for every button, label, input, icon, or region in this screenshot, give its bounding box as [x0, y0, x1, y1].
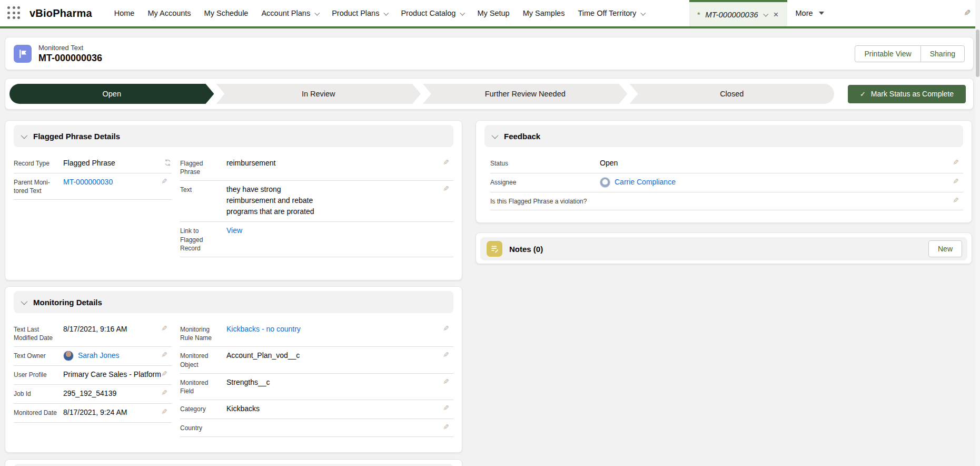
- edit-field-icon[interactable]: ✎: [161, 388, 172, 396]
- parent-monitored-text-link[interactable]: MT-000000030: [63, 178, 113, 186]
- nav-item-home[interactable]: Home: [114, 9, 135, 17]
- field-link-to-flagged-record: Link to Flagged Record View: [180, 222, 453, 257]
- monitored-text-flag-icon: [14, 45, 32, 63]
- nav-item-my-accounts[interactable]: My Accounts: [147, 9, 191, 17]
- flagged-phrase-details-card: Flagged Phrase Details Record Type Flagg…: [5, 120, 462, 280]
- next-section-card-partial: [5, 459, 462, 466]
- edit-field-icon[interactable]: ✎: [443, 422, 453, 431]
- chevron-down-icon: [460, 10, 466, 15]
- field-user-profile: User Profile Primary Care Sales - Platfo…: [14, 366, 172, 385]
- scrollbar-track[interactable]: [975, 0, 980, 466]
- app-launcher-icon[interactable]: [7, 6, 21, 20]
- monitoring-details-card: Monitoring Details Text Last Modified Da…: [5, 286, 462, 453]
- edit-field-icon[interactable]: ✎: [161, 177, 172, 185]
- nav-item-time-off-territory[interactable]: Time Off Territory: [578, 9, 645, 17]
- edit-field-icon[interactable]: ✎: [443, 377, 453, 385]
- section-chevron-icon: [21, 132, 28, 139]
- field-record-type: Record Type Flagged Phrase: [14, 154, 172, 173]
- field-status: Status Open ✎: [490, 154, 963, 173]
- path-stage-in-review[interactable]: In Review: [216, 84, 420, 104]
- section-chevron-icon: [492, 132, 499, 139]
- section-chevron-icon: [21, 298, 28, 305]
- edit-field-icon[interactable]: ✎: [443, 350, 453, 358]
- chevron-down-icon: [641, 10, 646, 15]
- change-record-type-icon[interactable]: [160, 158, 172, 169]
- section-header-monitoring-details[interactable]: Monitoring Details: [14, 291, 453, 313]
- assignee-link[interactable]: Carrie Compliance: [615, 177, 676, 188]
- tab-label: MT-000000036: [705, 10, 758, 19]
- unsaved-indicator: *: [697, 10, 700, 19]
- sharing-button[interactable]: Sharing: [920, 45, 965, 62]
- field-text-owner: Text Owner Sarah Jones ✎: [14, 347, 172, 366]
- edit-field-icon[interactable]: ✎: [953, 158, 963, 166]
- path-stages: Open In Review Further Review Needed Clo…: [9, 84, 834, 104]
- field-flagged-phrase: Flagged Phrase reimbursement ✎: [180, 154, 453, 181]
- field-parent-monitored-text: Parent Moni­tored Text MT-000000030 ✎: [14, 173, 172, 200]
- close-icon[interactable]: ×: [773, 10, 780, 19]
- edit-field-icon[interactable]: ✎: [443, 324, 453, 332]
- app-name: vBioPharma: [29, 7, 92, 20]
- view-flagged-record-link[interactable]: View: [226, 226, 242, 235]
- edit-page-button[interactable]: ✎: [964, 8, 971, 18]
- edit-field-icon[interactable]: ✎: [443, 158, 453, 166]
- nav-item-my-samples[interactable]: My Samples: [523, 9, 565, 17]
- field-text-last-modified-date: Text Last Modified Date 8/17/2021, 9:16 …: [14, 321, 172, 347]
- feedback-card: Feedback Status Open ✎ Assignee Carrie C…: [476, 120, 972, 223]
- field-assignee: Assignee Carrie Compliance ✎: [490, 173, 963, 192]
- entity-label: Monitored Text: [38, 44, 102, 52]
- section-header-flagged-phrase-details[interactable]: Flagged Phrase Details: [14, 125, 453, 147]
- field-is-violation: Is this Flagged Phrase a violation? ✎: [490, 192, 963, 210]
- edit-field-icon[interactable]: ✎: [161, 369, 172, 377]
- edit-field-icon[interactable]: ✎: [953, 177, 963, 185]
- text-owner-link[interactable]: Sarah Jones: [78, 350, 120, 361]
- global-nav: vBioPharma Home My Accounts My Schedule …: [0, 0, 980, 28]
- nav-item-more[interactable]: More: [796, 9, 824, 17]
- notes-card: Notes (0) New: [476, 232, 972, 264]
- right-column: Feedback Status Open ✎ Assignee Carrie C…: [476, 120, 972, 264]
- record-actions: Printable View Sharing: [855, 45, 965, 62]
- edit-field-icon[interactable]: ✎: [161, 350, 172, 358]
- edit-field-icon[interactable]: ✎: [443, 403, 453, 412]
- field-monitored-object: Monitored Object Account_Plan_vod__c ✎: [180, 347, 453, 373]
- path-stage-open[interactable]: Open: [9, 84, 214, 104]
- chevron-down-icon: [314, 10, 320, 15]
- printable-view-button[interactable]: Printable View: [855, 45, 920, 62]
- sarah-jones-avatar: [63, 351, 74, 361]
- edit-field-icon[interactable]: ✎: [953, 196, 963, 204]
- notes-icon: [487, 241, 502, 257]
- new-note-button[interactable]: New: [928, 240, 962, 257]
- monitoring-rule-link[interactable]: Kickbacks - no country: [226, 325, 301, 333]
- chevron-down-icon: [384, 10, 389, 15]
- edit-field-icon[interactable]: ✎: [443, 184, 453, 192]
- left-column: Flagged Phrase Details Record Type Flagg…: [5, 120, 462, 466]
- caret-down-icon: [819, 12, 824, 15]
- notes-title: Notes (0): [509, 245, 543, 254]
- field-category: Category Kickbacks ✎: [180, 400, 453, 419]
- path-stage-closed[interactable]: Closed: [629, 84, 834, 104]
- field-text: Text they have strong reimbursement and …: [180, 181, 453, 222]
- edit-field-icon[interactable]: ✎: [161, 407, 172, 415]
- record-title: MT-000000036: [38, 53, 102, 64]
- check-icon: ✓: [860, 90, 866, 98]
- field-monitoring-rule-name: Monitoring Rule Name Kickbacks - no coun…: [180, 321, 453, 347]
- mark-status-complete-button[interactable]: ✓ Mark Status as Complete: [848, 85, 966, 103]
- chevron-down-icon[interactable]: [763, 11, 768, 16]
- nav-item-product-plans[interactable]: Product Plans: [332, 9, 388, 17]
- status-path: Open In Review Further Review Needed Clo…: [5, 78, 974, 110]
- path-stage-further-review-needed[interactable]: Further Review Needed: [423, 84, 627, 104]
- field-monitored-field: Monitored Field Strengths__c ✎: [180, 374, 453, 400]
- scrollbar-thumb[interactable]: [976, 30, 979, 77]
- record-header: Monitored Text MT-000000036 Printable Vi…: [5, 37, 974, 70]
- field-job-id: Job Id 295_192_54139 ✎: [14, 385, 172, 404]
- section-header-feedback[interactable]: Feedback: [484, 125, 963, 147]
- nav-item-account-plans[interactable]: Account Plans: [261, 9, 319, 17]
- notes-header: Notes (0) New: [480, 237, 967, 260]
- nav-item-my-setup[interactable]: My Setup: [477, 9, 509, 17]
- edit-field-icon[interactable]: ✎: [161, 324, 172, 332]
- nav-item-product-catalog[interactable]: Product Catalog: [401, 9, 464, 17]
- tab-mt-000000036[interactable]: * MT-000000036 ×: [689, 0, 787, 26]
- field-country: Country ✎: [180, 419, 453, 437]
- nav-item-my-schedule[interactable]: My Schedule: [204, 9, 249, 17]
- pencil-icon: ✎: [964, 9, 971, 17]
- section-header-partial[interactable]: [14, 464, 453, 466]
